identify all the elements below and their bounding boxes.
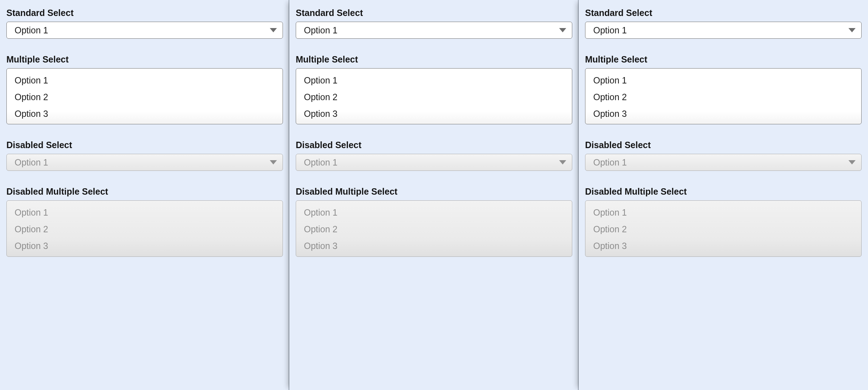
field-standard-select: Standard Select Option 1 (6, 8, 283, 39)
option-2: Option 2 (296, 221, 572, 238)
option-3[interactable]: Option 3 (585, 105, 861, 122)
field-multiple-select: Multiple Select Option 1 Option 2 Option… (585, 54, 862, 124)
option-3: Option 3 (7, 238, 283, 254)
field-standard-select: Standard Select Option 1 (585, 8, 862, 39)
disabled-select-value: Option 1 (15, 157, 48, 168)
disabled-select-value: Option 1 (304, 157, 338, 168)
label-standard-select: Standard Select (296, 8, 572, 18)
chevron-down-icon (848, 160, 856, 164)
chevron-down-icon (270, 160, 277, 164)
option-2[interactable]: Option 2 (296, 89, 572, 105)
field-multiple-select: Multiple Select Option 1 Option 2 Option… (6, 54, 283, 124)
field-disabled-multiple-select: Disabled Multiple Select Option 1 Option… (296, 186, 572, 256)
option-1: Option 1 (585, 204, 861, 221)
label-disabled-multiple-select: Disabled Multiple Select (6, 186, 283, 197)
chevron-down-icon (559, 160, 566, 164)
multiple-select[interactable]: Option 1 Option 2 Option 3 (585, 68, 862, 124)
chevron-down-icon (270, 28, 277, 32)
option-1[interactable]: Option 1 (585, 72, 861, 89)
option-1[interactable]: Option 1 (296, 72, 572, 89)
label-standard-select: Standard Select (6, 8, 283, 18)
field-disabled-select: Disabled Select Option 1 (6, 140, 283, 171)
label-disabled-select: Disabled Select (585, 140, 862, 150)
field-disabled-select: Disabled Select Option 1 (296, 140, 572, 171)
panel-1: Standard Select Option 1 Multiple Select… (0, 0, 289, 390)
standard-select[interactable]: Option 1 (6, 22, 283, 39)
option-3: Option 3 (296, 238, 572, 254)
field-disabled-multiple-select: Disabled Multiple Select Option 1 Option… (6, 186, 283, 256)
field-standard-select: Standard Select Option 1 (296, 8, 572, 39)
label-multiple-select: Multiple Select (6, 54, 283, 65)
field-disabled-multiple-select: Disabled Multiple Select Option 1 Option… (585, 186, 862, 256)
option-1: Option 1 (296, 204, 572, 221)
option-3: Option 3 (585, 238, 861, 254)
disabled-multiple-select: Option 1 Option 2 Option 3 (585, 200, 862, 256)
disabled-select: Option 1 (6, 154, 283, 171)
disabled-multiple-select: Option 1 Option 2 Option 3 (6, 200, 283, 256)
label-multiple-select: Multiple Select (296, 54, 572, 65)
disabled-select: Option 1 (296, 154, 572, 171)
option-3[interactable]: Option 3 (7, 105, 283, 122)
field-multiple-select: Multiple Select Option 1 Option 2 Option… (296, 54, 572, 124)
chevron-down-icon (559, 28, 566, 32)
standard-select-value: Option 1 (15, 25, 48, 36)
label-disabled-multiple-select: Disabled Multiple Select (296, 186, 572, 197)
option-2: Option 2 (585, 221, 861, 238)
standard-select-value: Option 1 (593, 25, 627, 36)
label-disabled-multiple-select: Disabled Multiple Select (585, 186, 862, 197)
standard-select-value: Option 1 (304, 25, 338, 36)
option-3[interactable]: Option 3 (296, 105, 572, 122)
chevron-down-icon (848, 28, 856, 32)
disabled-select-value: Option 1 (593, 157, 627, 168)
standard-select[interactable]: Option 1 (296, 22, 572, 39)
label-multiple-select: Multiple Select (585, 54, 862, 65)
label-disabled-select: Disabled Select (296, 140, 572, 150)
panel-3: Standard Select Option 1 Multiple Select… (579, 0, 868, 390)
disabled-multiple-select: Option 1 Option 2 Option 3 (296, 200, 572, 256)
multiple-select[interactable]: Option 1 Option 2 Option 3 (296, 68, 572, 124)
multiple-select[interactable]: Option 1 Option 2 Option 3 (6, 68, 283, 124)
option-1: Option 1 (7, 204, 283, 221)
option-2: Option 2 (7, 221, 283, 238)
standard-select[interactable]: Option 1 (585, 22, 862, 39)
disabled-select: Option 1 (585, 154, 862, 171)
option-1[interactable]: Option 1 (7, 72, 283, 89)
panel-2: Standard Select Option 1 Multiple Select… (289, 0, 579, 390)
label-standard-select: Standard Select (585, 8, 862, 18)
option-2[interactable]: Option 2 (7, 89, 283, 105)
label-disabled-select: Disabled Select (6, 140, 283, 150)
option-2[interactable]: Option 2 (585, 89, 861, 105)
field-disabled-select: Disabled Select Option 1 (585, 140, 862, 171)
